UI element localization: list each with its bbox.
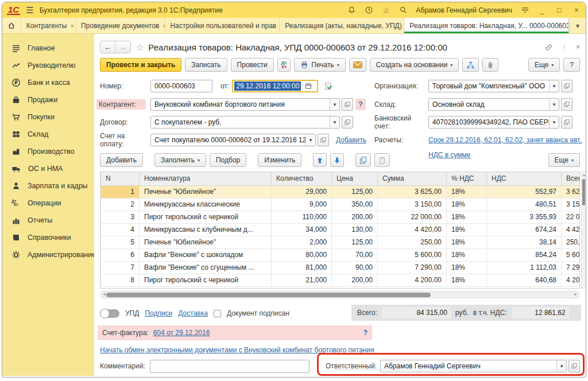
- dropdown-icon[interactable]: ▼: [549, 99, 559, 110]
- create-based-on-button[interactable]: Создать на основании▾: [370, 58, 459, 72]
- notifications-bell-icon[interactable]: [347, 6, 356, 15]
- cell-name[interactable]: Вафли "Венские" со сгущенным ...: [140, 261, 272, 274]
- sidebar-item-administration[interactable]: Администрирование: [2, 246, 94, 263]
- dropdown-icon[interactable]: ▼: [549, 80, 559, 92]
- tab-sales-documents[interactable]: Реализация (акты, накладные, УПД)×: [280, 18, 404, 33]
- open-bank-account-icon[interactable]: [561, 116, 572, 129]
- cell-vat_rate[interactable]: 18%: [447, 261, 487, 274]
- cell-price[interactable]: 90,00: [332, 261, 378, 274]
- cell-name[interactable]: Пирог тирольский с черникой: [140, 274, 272, 286]
- tab-home[interactable]: [2, 18, 21, 33]
- cell-price[interactable]: 125,00: [332, 185, 378, 198]
- sidebar-item-directories[interactable]: Справочники: [2, 229, 94, 246]
- history-icon[interactable]: [364, 6, 373, 15]
- cell-total[interactable]: 250,00: [562, 236, 581, 248]
- dropdown-icon[interactable]: ▼: [305, 134, 315, 146]
- col-quantity[interactable]: Количество: [272, 172, 332, 185]
- cell-sum[interactable]: 4 420,00: [378, 223, 447, 236]
- forward-arrow-button[interactable]: →: [115, 41, 130, 53]
- cell-vat[interactable]: 640,68: [487, 274, 562, 286]
- cell-qty[interactable]: 21,000: [272, 274, 332, 286]
- cell-n[interactable]: 7: [101, 261, 140, 274]
- comment-input[interactable]: [150, 360, 310, 373]
- fill-button[interactable]: Заполнить▾: [154, 153, 206, 167]
- cell-qty[interactable]: 34,000: [272, 223, 332, 236]
- table-row[interactable]: 8Пирог тирольский с черникой21,000200,00…: [101, 274, 581, 286]
- back-arrow-button[interactable]: ←: [100, 41, 115, 53]
- cell-vat[interactable]: 552,97: [487, 185, 562, 198]
- favorite-star-icon[interactable]: ☆: [136, 42, 144, 53]
- tab-user-settings[interactable]: Настройки пользователей и прав×: [165, 18, 280, 33]
- close-tab-icon[interactable]: ×: [70, 22, 74, 29]
- more-menu-dots-icon[interactable]: ⋮: [561, 43, 568, 51]
- invoice-link[interactable]: 604 от 29.12.2016: [153, 329, 210, 337]
- copy-rows-button[interactable]: [355, 153, 371, 167]
- cell-name[interactable]: Миникруассаны классические: [140, 198, 272, 211]
- calendar-icon[interactable]: [302, 81, 314, 91]
- current-user[interactable]: Абрамов Геннадий Сергеевич: [416, 6, 512, 14]
- payment-invoice-field[interactable]: Счет покупателю 0000-000602 от 19.12.201…: [150, 134, 316, 146]
- dropdown-icon[interactable]: ▼: [330, 99, 339, 110]
- save-button[interactable]: Записать: [185, 58, 227, 72]
- open-counterparty-icon[interactable]: [342, 98, 353, 111]
- document-signed-checkbox[interactable]: [214, 310, 221, 317]
- cell-vat_rate[interactable]: 18%: [447, 236, 487, 248]
- cell-n[interactable]: 5: [101, 236, 140, 248]
- cell-sum[interactable]: 5 600,00: [378, 248, 447, 261]
- col-total[interactable]: Всего: [562, 172, 581, 185]
- cell-price[interactable]: 200,00: [332, 274, 378, 286]
- cell-qty[interactable]: 9,000: [272, 198, 332, 211]
- cell-price[interactable]: 130,00: [332, 223, 378, 236]
- cell-qty[interactable]: 2,000: [272, 236, 332, 248]
- open-warehouse-icon[interactable]: [561, 98, 572, 111]
- dropdown-icon[interactable]: ▼: [330, 116, 339, 128]
- related-documents-button[interactable]: [462, 58, 479, 72]
- open-organization-icon[interactable]: [561, 80, 572, 92]
- bank-account-field[interactable]: 40702810399994349242, ПАО СБЕРБАНК▼: [428, 116, 559, 129]
- move-down-button[interactable]: [330, 153, 344, 167]
- table-row[interactable]: 2Миникруассаны классические9,000350,003 …: [101, 198, 581, 211]
- close-form-icon[interactable]: ×: [576, 43, 580, 51]
- main-menu-icon[interactable]: ☰: [26, 5, 33, 15]
- number-field[interactable]: 0000-000603: [150, 80, 212, 92]
- cell-vat_rate[interactable]: 18%: [447, 274, 487, 286]
- cell-sum[interactable]: 22 000,00: [378, 211, 447, 223]
- sidebar-item-production[interactable]: Производство: [2, 143, 94, 160]
- move-up-button[interactable]: [313, 153, 327, 167]
- hscroll-thumb[interactable]: [106, 293, 431, 297]
- sidebar-item-payroll-hr[interactable]: Зарплата и кадры: [2, 177, 94, 195]
- edit-button[interactable]: Изменить: [258, 153, 301, 167]
- dtkt-button[interactable]: ДтКт: [277, 58, 291, 72]
- cell-total[interactable]: 7 290,00: [562, 261, 581, 274]
- cell-total[interactable]: 4 200,00: [562, 274, 581, 286]
- col-n[interactable]: N: [101, 172, 140, 185]
- cell-n[interactable]: 3: [101, 211, 140, 223]
- sidebar-item-reports[interactable]: Отчеты: [2, 212, 94, 229]
- table-row[interactable]: 3Пирог тирольский с черникой110,000200,0…: [101, 211, 581, 223]
- col-nomenclature[interactable]: Номенклатура: [140, 172, 272, 185]
- cell-name[interactable]: Вафли "Венские" с шоколадом: [140, 248, 272, 261]
- cell-n[interactable]: 4: [101, 223, 140, 236]
- vertical-scrollbar[interactable]: ▲: [581, 172, 586, 289]
- attachments-button[interactable]: [482, 58, 498, 72]
- sidebar-item-main[interactable]: Главное: [2, 40, 94, 57]
- tab-document-posting[interactable]: Проведение документов×: [76, 18, 165, 33]
- open-contract-icon[interactable]: [342, 116, 353, 129]
- dropdown-icon[interactable]: ▼: [549, 116, 559, 128]
- upd-toggle[interactable]: [100, 309, 119, 318]
- cell-vat[interactable]: 674,24: [487, 223, 562, 236]
- sidebar-item-fixed-assets[interactable]: ОС и НМА: [2, 160, 94, 177]
- open-payment-invoice-icon[interactable]: [318, 134, 329, 146]
- cell-n[interactable]: 2: [101, 198, 140, 211]
- items-more-button[interactable]: Еще▾: [548, 153, 580, 167]
- cell-vat[interactable]: 480,51: [487, 198, 562, 211]
- table-row[interactable]: 6Вафли "Венские" с шоколадом80,00070,005…: [101, 248, 581, 261]
- contract-field[interactable]: С покупателем - руб.▼: [150, 116, 340, 129]
- maximize-button[interactable]: □: [555, 6, 564, 14]
- cell-price[interactable]: 350,00: [332, 198, 378, 211]
- signatures-link[interactable]: Подписи: [145, 309, 172, 317]
- service-menu-icon[interactable]: [520, 6, 529, 15]
- sidebar-item-warehouse[interactable]: Склад: [2, 126, 94, 143]
- cell-qty[interactable]: 81,000: [272, 261, 332, 274]
- cell-n[interactable]: 1: [101, 185, 140, 198]
